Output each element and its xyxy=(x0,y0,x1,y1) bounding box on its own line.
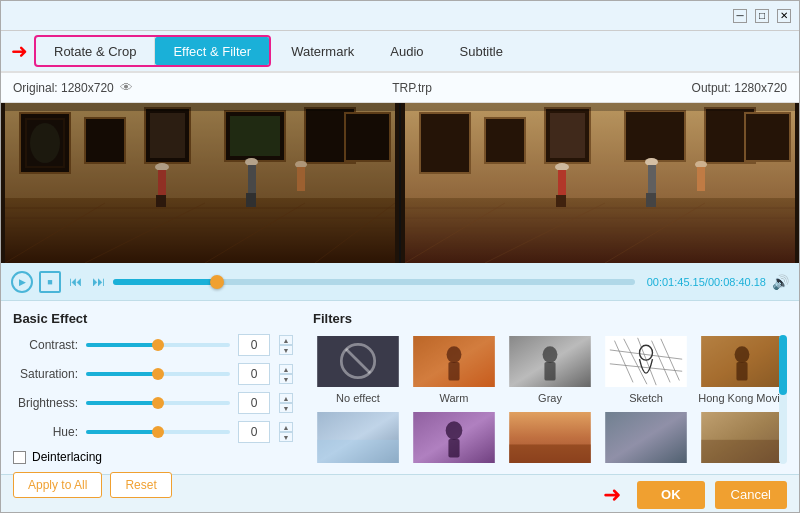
svg-rect-68 xyxy=(448,362,459,381)
progress-bar[interactable] xyxy=(113,279,635,285)
filter-gray[interactable]: Gray xyxy=(505,334,595,404)
tab-bar: ➜ Rotate & Crop Effect & Filter Watermar… xyxy=(1,31,799,73)
saturation-thumb[interactable] xyxy=(152,368,164,380)
brightness-slider[interactable] xyxy=(86,401,230,405)
preview-original-svg xyxy=(1,103,399,263)
basic-effect-title: Basic Effect xyxy=(13,311,293,326)
ok-button[interactable]: OK xyxy=(637,481,705,509)
preview-output xyxy=(401,103,799,263)
saturation-slider[interactable] xyxy=(86,372,230,376)
svg-rect-94 xyxy=(701,440,783,463)
ok-arrow: ➜ xyxy=(603,482,621,508)
eye-icon[interactable]: 👁 xyxy=(120,80,133,95)
filter-thumb-snow xyxy=(314,410,402,464)
filter-purple[interactable] xyxy=(409,410,499,464)
cancel-button[interactable]: Cancel xyxy=(715,481,787,509)
output-resolution: Output: 1280x720 xyxy=(692,81,787,95)
filters-panel: Filters No effect xyxy=(313,311,787,464)
filter-label-no-effect: No effect xyxy=(336,392,380,404)
hue-down[interactable]: ▼ xyxy=(279,432,293,442)
hue-row: Hue: 0 ▲ ▼ xyxy=(13,421,293,443)
preview-original xyxy=(1,103,401,263)
filter-thumb-no-effect xyxy=(314,334,402,389)
filter-thumb-blue-gray xyxy=(602,410,690,464)
reset-button[interactable]: Reset xyxy=(110,472,171,498)
tab-arrow-indicator: ➜ xyxy=(11,39,28,63)
deinterlace-checkbox[interactable] xyxy=(13,451,26,464)
filter-snow[interactable] xyxy=(313,410,403,464)
main-content: Basic Effect Contrast: 0 ▲ ▼ Saturation:… xyxy=(1,301,799,474)
scrollbar-thumb[interactable] xyxy=(779,335,787,395)
filter-sunset[interactable] xyxy=(505,410,595,464)
contrast-up[interactable]: ▲ xyxy=(279,335,293,345)
skip-forward-button[interactable]: ⏭ xyxy=(90,274,107,289)
filter-thumb-sepia xyxy=(698,410,786,464)
apply-all-button[interactable]: Apply to All xyxy=(13,472,102,498)
hue-thumb[interactable] xyxy=(152,426,164,438)
filter-thumb-gray xyxy=(506,334,594,389)
svg-rect-61 xyxy=(405,103,795,263)
svg-point-67 xyxy=(447,346,462,363)
preview-output-svg xyxy=(401,103,799,263)
filename: TRP.trp xyxy=(133,81,692,95)
contrast-thumb[interactable] xyxy=(152,339,164,351)
contrast-slider[interactable] xyxy=(86,343,230,347)
svg-rect-91 xyxy=(509,444,591,463)
skip-back-button[interactable]: ⏮ xyxy=(67,274,84,289)
svg-point-88 xyxy=(446,421,463,440)
warm-svg xyxy=(412,336,496,387)
brightness-up[interactable]: ▲ xyxy=(279,393,293,403)
tab-subtitle[interactable]: Subtitle xyxy=(442,35,521,67)
sketch-svg xyxy=(604,336,688,387)
saturation-fill xyxy=(86,372,158,376)
play-button[interactable]: ▶ xyxy=(11,271,33,293)
contrast-fill xyxy=(86,343,158,347)
brightness-down[interactable]: ▼ xyxy=(279,403,293,413)
brightness-thumb[interactable] xyxy=(152,397,164,409)
snow-svg xyxy=(316,412,400,463)
close-button[interactable]: ✕ xyxy=(777,9,791,23)
progress-handle[interactable] xyxy=(210,275,224,289)
saturation-down[interactable]: ▼ xyxy=(279,374,293,384)
tab-watermark[interactable]: Watermark xyxy=(273,35,372,67)
brightness-label: Brightness: xyxy=(13,396,78,410)
filter-label-gray: Gray xyxy=(538,392,562,404)
filter-warm[interactable]: Warm xyxy=(409,334,499,404)
filter-label-warm: Warm xyxy=(440,392,469,404)
tab-rotate-crop[interactable]: Rotate & Crop xyxy=(36,37,155,65)
hue-value: 0 xyxy=(238,421,270,443)
sunset-svg xyxy=(508,412,592,463)
total-time: 00:08:40.18 xyxy=(708,276,766,288)
progress-fill xyxy=(113,279,217,285)
tab-effect-filter[interactable]: Effect & Filter xyxy=(155,37,269,65)
filter-blue-gray[interactable] xyxy=(601,410,691,464)
contrast-down[interactable]: ▼ xyxy=(279,345,293,355)
svg-rect-72 xyxy=(605,336,687,387)
svg-point-70 xyxy=(543,346,558,363)
stop-button[interactable]: ■ xyxy=(39,271,61,293)
svg-point-83 xyxy=(735,346,750,363)
minimize-button[interactable]: ─ xyxy=(733,9,747,23)
brightness-fill xyxy=(86,401,158,405)
filter-thumb-warm xyxy=(410,334,498,389)
saturation-up[interactable]: ▲ xyxy=(279,364,293,374)
hue-spinner: ▲ ▼ xyxy=(279,422,293,442)
filter-scrollbar[interactable] xyxy=(779,335,787,464)
volume-button[interactable]: 🔊 xyxy=(772,274,789,290)
filter-sketch[interactable]: Sketch xyxy=(601,334,691,404)
hue-up[interactable]: ▲ xyxy=(279,422,293,432)
filter-hk-movie[interactable]: Hong Kong Movie xyxy=(697,334,787,404)
hue-fill xyxy=(86,430,158,434)
filter-sepia[interactable] xyxy=(697,410,787,464)
title-bar: ─ □ ✕ xyxy=(1,1,799,31)
tab-audio[interactable]: Audio xyxy=(372,35,441,67)
maximize-button[interactable]: □ xyxy=(755,9,769,23)
filter-label-sketch: Sketch xyxy=(629,392,663,404)
filter-thumb-sunset xyxy=(506,410,594,464)
filter-no-effect[interactable]: No effect xyxy=(313,334,403,404)
contrast-row: Contrast: 0 ▲ ▼ xyxy=(13,334,293,356)
hue-slider[interactable] xyxy=(86,430,230,434)
tab-group-extra: Watermark Audio Subtitle xyxy=(273,35,521,67)
saturation-value: 0 xyxy=(238,363,270,385)
original-resolution: Original: 1280x720 xyxy=(13,81,114,95)
